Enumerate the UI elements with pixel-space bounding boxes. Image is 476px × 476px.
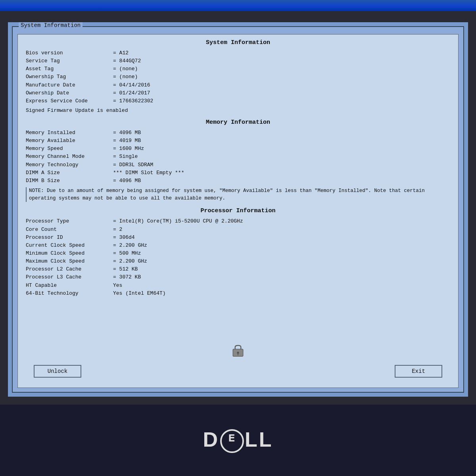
info-value: = 306d4 bbox=[113, 234, 135, 242]
info-value: = 2 bbox=[113, 226, 122, 234]
screen: System Information System Information Bi… bbox=[8, 22, 468, 397]
monitor-bezel: System Information System Information Bi… bbox=[0, 11, 476, 476]
info-value: = 17663622302 bbox=[113, 97, 153, 105]
info-value: = 500 MHz bbox=[113, 250, 141, 257]
info-value: = 4019 MB bbox=[113, 137, 141, 145]
info-label: Bios version bbox=[26, 49, 113, 57]
info-label: Memory Channel Mode bbox=[26, 153, 113, 161]
table-row: Service Tag= 844GQ72 bbox=[26, 57, 450, 65]
unlock-button[interactable]: Unlock bbox=[34, 365, 81, 378]
outer-frame-label: System Information bbox=[19, 22, 83, 29]
info-value: = 2.200 GHz bbox=[113, 257, 147, 265]
info-label: Service Tag bbox=[26, 57, 113, 65]
dell-ll: LL bbox=[245, 428, 273, 451]
table-row: Processor ID= 306d4 bbox=[26, 234, 450, 242]
info-value: = 844GQ72 bbox=[113, 57, 141, 65]
info-value: = 512 KB bbox=[113, 265, 138, 273]
info-label: Core Count bbox=[26, 226, 113, 234]
info-label: DIMM A Size bbox=[26, 169, 113, 177]
info-value: = A12 bbox=[113, 49, 129, 57]
table-row: Minimum Clock Speed= 500 MHz bbox=[26, 250, 450, 257]
info-label: HT Capable bbox=[26, 282, 113, 290]
table-row: Processor L3 Cache= 3072 KB bbox=[26, 273, 450, 281]
info-value: = 04/14/2016 bbox=[113, 81, 150, 89]
info-label: Express Service Code bbox=[26, 97, 113, 105]
processor-info-table: Processor Type= Intel(R) Core(TM) i5-520… bbox=[26, 217, 450, 297]
table-row: Express Service Code= 17663622302 bbox=[26, 97, 450, 105]
info-value: *** DIMM Slot Empty *** bbox=[113, 169, 184, 177]
info-value: = (none) bbox=[113, 73, 138, 81]
table-row: Memory Technology= DDR3L SDRAM bbox=[26, 161, 450, 169]
bottom-buttons: Unlock Exit bbox=[34, 365, 442, 378]
info-label: Memory Installed bbox=[26, 129, 113, 137]
table-row: Ownership Tag= (none) bbox=[26, 73, 450, 81]
info-value: = DDR3L SDRAM bbox=[113, 161, 153, 169]
table-row: 64-Bit TechnologyYes (Intel EM64T) bbox=[26, 290, 450, 298]
dell-logo: DᴱLL bbox=[203, 428, 273, 453]
info-value: = (none) bbox=[113, 65, 138, 73]
outer-frame: System Information System Information Bi… bbox=[12, 26, 464, 393]
top-bar bbox=[0, 0, 476, 11]
info-label: Processor L3 Cache bbox=[26, 273, 113, 281]
dell-d: D bbox=[203, 428, 219, 451]
table-row: Current Clock Speed= 2.200 GHz bbox=[26, 242, 450, 250]
info-label: Maximum Clock Speed bbox=[26, 257, 113, 265]
table-row: HT CapableYes bbox=[26, 282, 450, 290]
info-label: Current Clock Speed bbox=[26, 242, 113, 250]
info-value: Yes (Intel EM64T) bbox=[113, 290, 166, 298]
dell-e: ᴱ bbox=[220, 429, 244, 453]
info-label: Asset Tag bbox=[26, 65, 113, 73]
table-row: Processor L2 Cache= 512 KB bbox=[26, 265, 450, 273]
info-label: Ownership Date bbox=[26, 89, 113, 97]
exit-button[interactable]: Exit bbox=[395, 365, 442, 378]
lock-icon-area bbox=[231, 342, 245, 358]
memory-note: NOTE: Due to an amount of memory being a… bbox=[26, 187, 450, 202]
info-label: Manufacture Date bbox=[26, 81, 113, 89]
table-row: Manufacture Date= 04/14/2016 bbox=[26, 81, 450, 89]
info-label: Memory Technology bbox=[26, 161, 113, 169]
info-label: Processor L2 Cache bbox=[26, 265, 113, 273]
table-row: DIMM A Size*** DIMM Slot Empty *** bbox=[26, 169, 450, 177]
info-value: = 1600 MHz bbox=[113, 145, 144, 153]
info-label: 64-Bit Technology bbox=[26, 290, 113, 298]
lock-icon bbox=[231, 342, 245, 358]
inner-panel: System Information Bios version= A12Serv… bbox=[17, 34, 459, 388]
svg-point-1 bbox=[237, 352, 239, 354]
table-row: Memory Installed= 4096 MB bbox=[26, 129, 450, 137]
system-info-table: Bios version= A12Service Tag= 844GQ72Ass… bbox=[26, 49, 450, 105]
info-label: Memory Available bbox=[26, 137, 113, 145]
memory-info-table: Memory Installed= 4096 MBMemory Availabl… bbox=[26, 129, 450, 185]
info-label: Memory Speed bbox=[26, 145, 113, 153]
table-row: Processor Type= Intel(R) Core(TM) i5-520… bbox=[26, 217, 450, 225]
info-label: Ownership Tag bbox=[26, 73, 113, 81]
processor-info-title: Processor Information bbox=[26, 207, 450, 214]
info-value: = 01/24/2017 bbox=[113, 89, 150, 97]
table-row: Core Count= 2 bbox=[26, 226, 450, 234]
info-value: = 4096 MB bbox=[113, 129, 141, 137]
info-value: = Intel(R) Core(TM) i5-5200U CPU @ 2.20G… bbox=[113, 217, 243, 225]
table-row: Memory Speed= 1600 MHz bbox=[26, 145, 450, 153]
table-row: Memory Available= 4019 MB bbox=[26, 137, 450, 145]
table-row: Asset Tag= (none) bbox=[26, 65, 450, 73]
inner-panel-wrapper: System Information Bios version= A12Serv… bbox=[26, 39, 450, 382]
dell-bar: DᴱLL bbox=[0, 405, 476, 476]
signed-firmware-text: Signed Firmware Update is enabled bbox=[26, 107, 450, 113]
info-value: = 4096 MB bbox=[113, 177, 141, 185]
info-value: = 2.200 GHz bbox=[113, 242, 147, 250]
table-row: Bios version= A12 bbox=[26, 49, 450, 57]
info-label: Minimum Clock Speed bbox=[26, 250, 113, 257]
table-row: Memory Channel Mode= Single bbox=[26, 153, 450, 161]
system-info-title: System Information bbox=[26, 39, 450, 46]
table-row: Ownership Date= 01/24/2017 bbox=[26, 89, 450, 97]
info-label: DIMM B Size bbox=[26, 177, 113, 185]
info-value: Yes bbox=[113, 282, 122, 290]
memory-info-title: Memory Information bbox=[26, 119, 450, 126]
table-row: DIMM B Size= 4096 MB bbox=[26, 177, 450, 185]
info-value: = 3072 KB bbox=[113, 273, 141, 281]
table-row: Maximum Clock Speed= 2.200 GHz bbox=[26, 257, 450, 265]
info-label: Processor ID bbox=[26, 234, 113, 242]
info-value: = Single bbox=[113, 153, 138, 161]
info-label: Processor Type bbox=[26, 217, 113, 225]
